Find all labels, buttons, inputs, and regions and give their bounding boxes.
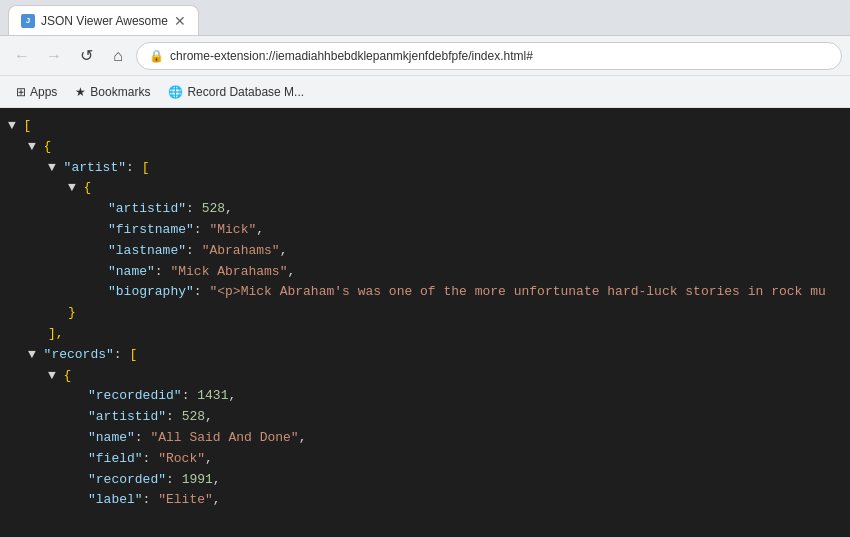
- json-inner-obj-close: }: [0, 303, 850, 324]
- tab-close-button[interactable]: ✕: [174, 13, 186, 29]
- json-viewer: ▼ [ ▼ { ▼ "artist" : [ ▼ { "artistid": [0, 108, 850, 537]
- active-tab[interactable]: J JSON Viewer Awesome ✕: [8, 5, 199, 35]
- field-key: "field": [88, 449, 143, 470]
- back-button[interactable]: ←: [8, 42, 36, 70]
- r-name-key: "name": [88, 428, 135, 449]
- json-lastname: "lastname" : "Abrahams" ,: [0, 241, 850, 262]
- json-label: "label" : "Elite" ,: [0, 490, 850, 511]
- recordedid-key: "recordedid": [88, 386, 182, 407]
- artistid-key: "artistid": [108, 199, 186, 220]
- root-bracket: [: [24, 116, 32, 137]
- obj-bracket: {: [44, 137, 52, 158]
- lock-icon: 🔒: [149, 49, 164, 63]
- firstname-key: "firstname": [108, 220, 194, 241]
- biography-value: "<p>Mick Abraham's was one of the more u…: [209, 282, 825, 303]
- lastname-value: "Abrahams": [202, 241, 280, 262]
- artistid-value: 528: [202, 199, 225, 220]
- address-text: chrome-extension://iemadiahhbebdklepanmk…: [170, 49, 829, 63]
- inner-obj-triangle[interactable]: ▼: [68, 178, 84, 199]
- r-artistid-key: "artistid": [88, 407, 166, 428]
- label-value: "Elite": [158, 490, 213, 511]
- records-obj-bracket: {: [64, 366, 72, 387]
- records-obj-triangle[interactable]: ▼: [48, 366, 64, 387]
- reload-button[interactable]: ↺: [72, 42, 100, 70]
- records-key: "records": [44, 345, 114, 366]
- root-triangle[interactable]: ▼: [8, 116, 24, 137]
- json-root-open: ▼ [: [0, 116, 850, 137]
- json-artist-close: ],: [0, 324, 850, 345]
- artist-key: "artist": [64, 158, 126, 179]
- tab-title: JSON Viewer Awesome: [41, 14, 168, 28]
- json-field: "field" : "Rock" ,: [0, 449, 850, 470]
- json-records-obj: ▼ {: [0, 366, 850, 387]
- json-inner-obj: ▼ {: [0, 178, 850, 199]
- apps-icon: ⊞: [16, 85, 26, 99]
- browser-frame: J JSON Viewer Awesome ✕ ← → ↺ ⌂ 🔒 chrome…: [0, 0, 850, 537]
- bookmark-apps[interactable]: ⊞ Apps: [8, 81, 65, 103]
- recorded-key: "recorded": [88, 470, 166, 491]
- artist-triangle[interactable]: ▼: [48, 158, 64, 179]
- json-obj-open: ▼ {: [0, 137, 850, 158]
- json-recordedid: "recordedid" : 1431 ,: [0, 386, 850, 407]
- json-records-key: ▼ "records" : [: [0, 345, 850, 366]
- r-artistid-value: 528: [182, 407, 205, 428]
- json-name: "name" : "Mick Abrahams" ,: [0, 262, 850, 283]
- json-artist-key: ▼ "artist" : [: [0, 158, 850, 179]
- bookmark-record-db[interactable]: 🌐 Record Database M...: [160, 81, 312, 103]
- json-r-name: "name" : "All Said And Done" ,: [0, 428, 850, 449]
- r-name-value: "All Said And Done": [150, 428, 298, 449]
- json-r-artistid: "artistid" : 528 ,: [0, 407, 850, 428]
- label-key: "label": [88, 490, 143, 511]
- home-button[interactable]: ⌂: [104, 42, 132, 70]
- bookmarks-label: Bookmarks: [90, 85, 150, 99]
- record-db-label: Record Database M...: [187, 85, 304, 99]
- forward-button[interactable]: →: [40, 42, 68, 70]
- bookmark-bookmarks[interactable]: ★ Bookmarks: [67, 81, 158, 103]
- json-recorded: "recorded" : 1991 ,: [0, 470, 850, 491]
- records-triangle[interactable]: ▼: [28, 345, 44, 366]
- globe-icon: 🌐: [168, 85, 183, 99]
- records-bracket: [: [129, 345, 137, 366]
- tab-favicon: J: [21, 14, 35, 28]
- name-key: "name": [108, 262, 155, 283]
- bookmarks-bar: ⊞ Apps ★ Bookmarks 🌐 Record Database M..…: [0, 76, 850, 108]
- field-value: "Rock": [158, 449, 205, 470]
- json-biography: "biography" : "<p>Mick Abraham's was one…: [0, 282, 850, 303]
- recordedid-value: 1431: [197, 386, 228, 407]
- recorded-value: 1991: [182, 470, 213, 491]
- biography-key: "biography": [108, 282, 194, 303]
- tab-bar: J JSON Viewer Awesome ✕: [0, 0, 850, 36]
- name-value: "Mick Abrahams": [170, 262, 287, 283]
- nav-bar: ← → ↺ ⌂ 🔒 chrome-extension://iemadiahhbe…: [0, 36, 850, 76]
- obj-triangle[interactable]: ▼: [28, 137, 44, 158]
- lastname-key: "lastname": [108, 241, 186, 262]
- apps-label: Apps: [30, 85, 57, 99]
- firstname-value: "Mick": [209, 220, 256, 241]
- inner-obj-close: }: [68, 303, 76, 324]
- star-icon: ★: [75, 85, 86, 99]
- json-firstname: "firstname" : "Mick" ,: [0, 220, 850, 241]
- inner-obj-bracket: {: [84, 178, 92, 199]
- artist-bracket: [: [142, 158, 150, 179]
- artist-bracket-close: ],: [48, 324, 64, 345]
- address-bar[interactable]: 🔒 chrome-extension://iemadiahhbebdklepan…: [136, 42, 842, 70]
- json-artistid: "artistid" : 528 ,: [0, 199, 850, 220]
